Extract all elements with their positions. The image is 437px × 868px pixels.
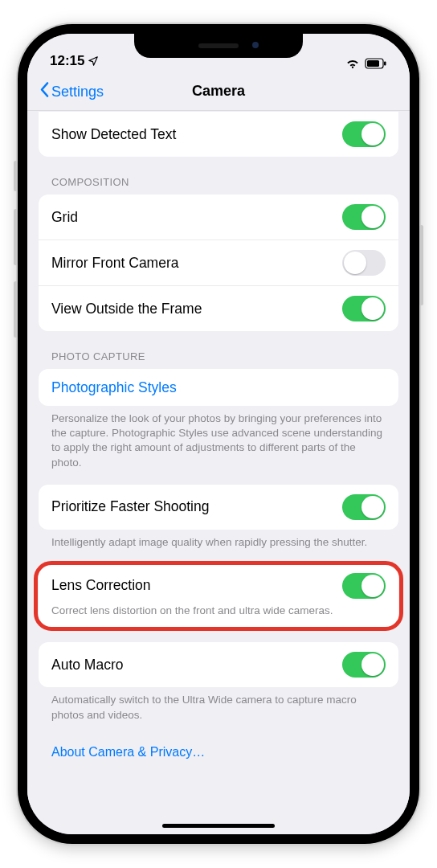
svg-rect-2 bbox=[384, 62, 386, 66]
back-button[interactable]: Settings bbox=[39, 81, 104, 101]
toggle-prioritize-faster-shooting[interactable] bbox=[342, 494, 386, 520]
power-button bbox=[419, 225, 423, 305]
toggle-lens-correction[interactable] bbox=[342, 573, 386, 599]
section-header-composition: COMPOSITION bbox=[39, 157, 398, 194]
back-label: Settings bbox=[51, 83, 104, 100]
settings-content[interactable]: Show Detected Text COMPOSITION Grid Mirr… bbox=[27, 111, 410, 834]
home-indicator[interactable] bbox=[162, 824, 275, 828]
card-prioritize-shooting: Prioritize Faster Shooting bbox=[39, 485, 398, 530]
chevron-left-icon bbox=[39, 81, 50, 101]
notch bbox=[134, 34, 303, 58]
row-label: Show Detected Text bbox=[51, 126, 176, 143]
row-auto-macro[interactable]: Auto Macro bbox=[39, 642, 398, 687]
volume-up bbox=[14, 209, 18, 265]
row-show-detected-text[interactable]: Show Detected Text bbox=[39, 112, 398, 157]
toggle-show-detected-text[interactable] bbox=[342, 121, 386, 147]
row-prioritize-faster-shooting[interactable]: Prioritize Faster Shooting bbox=[39, 485, 398, 530]
row-photographic-styles[interactable]: Photographic Styles bbox=[39, 369, 398, 406]
nav-bar: Settings Camera bbox=[27, 72, 410, 111]
row-label: Lens Correction bbox=[51, 577, 151, 594]
phone-frame: 12:15 Settings Came bbox=[18, 24, 419, 844]
volume-down bbox=[14, 281, 18, 338]
footer-prioritize: Intelligently adapt image quality when r… bbox=[39, 530, 398, 553]
toggle-grid[interactable] bbox=[342, 204, 386, 230]
footer-photographic-styles: Personalize the look of your photos by b… bbox=[39, 406, 398, 473]
link-photographic-styles: Photographic Styles bbox=[51, 379, 177, 396]
mute-switch bbox=[14, 161, 18, 191]
card-auto-macro: Auto Macro bbox=[39, 642, 398, 687]
row-label: Grid bbox=[51, 209, 78, 226]
battery-icon bbox=[365, 58, 387, 69]
row-label: Mirror Front Camera bbox=[51, 255, 179, 272]
card-photographic-styles: Photographic Styles bbox=[39, 369, 398, 406]
page-title: Camera bbox=[192, 83, 245, 100]
location-arrow-icon bbox=[88, 55, 99, 67]
section-header-photo-capture: PHOTO CAPTURE bbox=[39, 331, 398, 369]
row-label: View Outside the Frame bbox=[51, 301, 202, 317]
svg-rect-1 bbox=[367, 60, 379, 67]
row-view-outside-frame[interactable]: View Outside the Frame bbox=[39, 285, 398, 331]
link-about-camera-privacy[interactable]: About Camera & Privacy… bbox=[39, 734, 398, 771]
toggle-auto-macro[interactable] bbox=[342, 652, 386, 678]
row-mirror-front-camera[interactable]: Mirror Front Camera bbox=[39, 240, 398, 285]
toggle-mirror-front-camera[interactable] bbox=[342, 250, 386, 276]
card-composition: Grid Mirror Front Camera View Outside th… bbox=[39, 194, 398, 331]
wifi-icon bbox=[345, 58, 360, 69]
card-lens-correction: Lens Correction Correct lens distortion … bbox=[39, 564, 398, 628]
row-grid[interactable]: Grid bbox=[39, 194, 398, 240]
row-label: Auto Macro bbox=[51, 657, 123, 674]
footer-auto-macro: Automatically switch to the Ultra Wide c… bbox=[39, 687, 398, 725]
screen: 12:15 Settings Came bbox=[27, 34, 410, 834]
card-show-detected-text: Show Detected Text bbox=[39, 112, 398, 157]
highlight-lens-correction: Lens Correction Correct lens distortion … bbox=[39, 564, 398, 628]
row-label: Prioritize Faster Shooting bbox=[51, 498, 209, 515]
footer-lens-correction: Correct lens distortion on the front and… bbox=[51, 604, 386, 618]
toggle-view-outside-frame[interactable] bbox=[342, 296, 386, 321]
status-time: 12:15 bbox=[50, 53, 84, 69]
